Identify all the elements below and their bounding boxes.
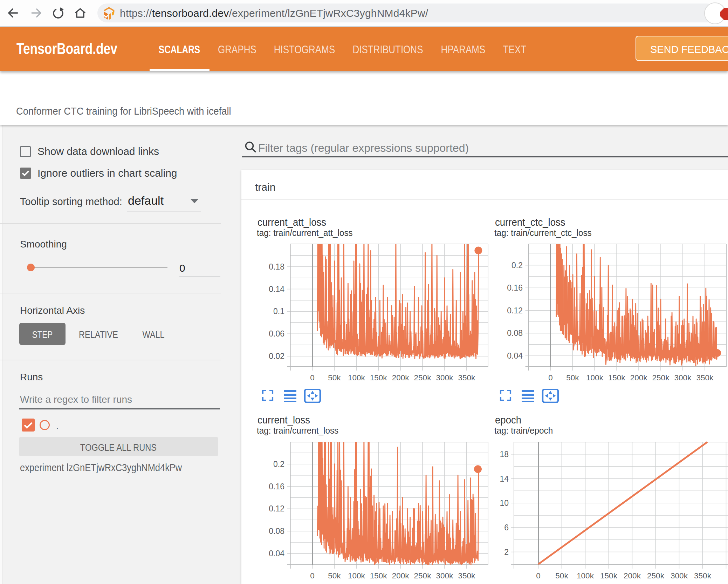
- svg-text:350k: 350k: [458, 571, 475, 580]
- svg-text:14: 14: [500, 474, 509, 483]
- svg-text:100k: 100k: [577, 571, 594, 580]
- svg-text:300k: 300k: [436, 373, 454, 382]
- svg-text:100k: 100k: [348, 571, 365, 580]
- svg-text:50k: 50k: [566, 373, 579, 382]
- svg-text:150k: 150k: [370, 373, 387, 382]
- svg-text:300k: 300k: [674, 373, 692, 382]
- svg-text:50k: 50k: [555, 571, 568, 580]
- svg-text:200k: 200k: [392, 571, 410, 580]
- svg-text:2: 2: [504, 548, 509, 557]
- svg-text:150k: 150k: [600, 571, 618, 580]
- svg-text:0.2: 0.2: [273, 460, 284, 469]
- svg-text:0.08: 0.08: [507, 328, 523, 338]
- svg-text:350k: 350k: [696, 373, 714, 382]
- svg-text:50k: 50k: [328, 373, 341, 382]
- svg-text:200k: 200k: [630, 373, 648, 382]
- svg-text:10: 10: [500, 498, 509, 508]
- svg-text:200k: 200k: [624, 571, 641, 580]
- svg-text:350k: 350k: [694, 571, 712, 580]
- svg-text:50k: 50k: [328, 571, 341, 580]
- svg-text:250k: 250k: [414, 571, 432, 580]
- svg-text:0: 0: [536, 571, 541, 580]
- svg-text:150k: 150k: [370, 571, 387, 580]
- svg-text:300k: 300k: [436, 571, 454, 580]
- svg-text:0.16: 0.16: [269, 482, 284, 491]
- svg-text:0.1: 0.1: [273, 307, 284, 316]
- svg-text:0.04: 0.04: [269, 549, 284, 558]
- svg-text:300k: 300k: [671, 571, 688, 580]
- svg-text:100k: 100k: [586, 373, 604, 382]
- svg-text:0.16: 0.16: [507, 283, 523, 292]
- svg-text:0.08: 0.08: [269, 527, 284, 536]
- svg-text:150k: 150k: [608, 373, 626, 382]
- svg-text:0.04: 0.04: [507, 351, 523, 360]
- svg-text:100k: 100k: [348, 373, 365, 382]
- svg-text:250k: 250k: [652, 373, 670, 382]
- svg-text:250k: 250k: [414, 373, 432, 382]
- svg-text:0.14: 0.14: [269, 285, 284, 294]
- svg-text:0: 0: [310, 373, 315, 382]
- svg-text:6: 6: [504, 523, 509, 532]
- svg-text:0: 0: [310, 571, 315, 580]
- svg-text:0.02: 0.02: [269, 352, 284, 361]
- svg-text:250k: 250k: [647, 571, 665, 580]
- svg-text:0: 0: [548, 373, 553, 382]
- svg-text:350k: 350k: [458, 373, 475, 382]
- svg-text:0.2: 0.2: [511, 261, 523, 270]
- svg-text:0.12: 0.12: [269, 504, 284, 513]
- svg-text:0.12: 0.12: [507, 306, 523, 315]
- svg-text:0.06: 0.06: [269, 329, 284, 338]
- svg-text:200k: 200k: [392, 373, 410, 382]
- svg-text:0.18: 0.18: [269, 262, 284, 271]
- svg-text:18: 18: [500, 450, 509, 459]
